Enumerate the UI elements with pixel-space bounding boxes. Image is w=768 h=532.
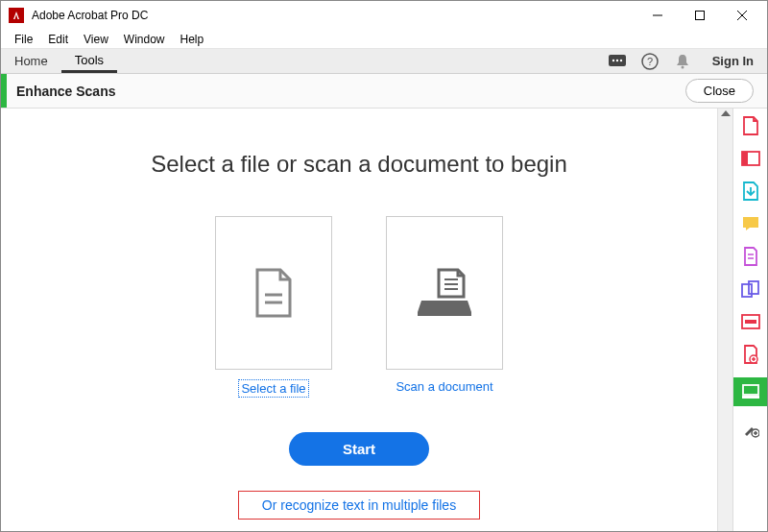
redact-icon[interactable] xyxy=(741,312,760,331)
option-scan-document[interactable]: Scan a document xyxy=(386,216,503,398)
scan-doc-box[interactable] xyxy=(386,216,503,370)
app-icon xyxy=(9,8,24,23)
recognize-multiple-link[interactable]: Or recognize text in multiple files xyxy=(238,491,480,520)
help-icon[interactable]: ? xyxy=(634,49,666,73)
main-heading: Select a file or scan a document to begi… xyxy=(151,151,567,178)
menubar: File Edit View Window Help xyxy=(1,30,767,49)
options-row: Select a file Scan a document xyxy=(215,216,503,398)
svg-point-10 xyxy=(681,65,684,68)
svg-point-6 xyxy=(615,59,617,60)
svg-rect-16 xyxy=(418,312,471,316)
vertical-scrollbar[interactable] xyxy=(717,109,732,531)
menu-view[interactable]: View xyxy=(76,30,116,48)
scan-doc-label[interactable]: Scan a document xyxy=(396,379,492,394)
window-controls xyxy=(636,2,763,29)
svg-rect-25 xyxy=(745,320,756,324)
protect-icon[interactable] xyxy=(741,345,760,364)
close-window-button[interactable] xyxy=(721,2,763,29)
svg-text:?: ? xyxy=(647,56,653,67)
titlebar: Adobe Acrobat Pro DC xyxy=(1,1,767,30)
menu-edit[interactable]: Edit xyxy=(40,30,76,48)
comments-icon[interactable] xyxy=(601,49,634,73)
option-select-file[interactable]: Select a file xyxy=(215,216,332,398)
maximize-button[interactable] xyxy=(679,2,721,29)
body-area: Select a file or scan a document to begi… xyxy=(1,109,767,531)
tab-home[interactable]: Home xyxy=(1,49,61,73)
select-file-box[interactable] xyxy=(215,216,332,370)
scroll-up-arrow[interactable] xyxy=(721,110,731,116)
start-button[interactable]: Start xyxy=(289,432,429,466)
svg-rect-19 xyxy=(743,217,758,228)
more-tools-icon[interactable] xyxy=(741,420,760,439)
enhance-scans-icon[interactable] xyxy=(733,377,768,406)
tool-header: Enhance Scans Close xyxy=(1,74,767,109)
export-pdf-icon[interactable] xyxy=(741,181,760,201)
bell-icon[interactable] xyxy=(666,49,699,73)
create-pdf-icon[interactable] xyxy=(741,116,760,135)
tabbar: Home Tools ? Sign In xyxy=(1,49,767,74)
menu-window[interactable]: Window xyxy=(116,30,173,48)
right-tool-rail xyxy=(732,109,767,531)
svg-point-5 xyxy=(612,59,613,60)
svg-point-7 xyxy=(619,59,621,60)
menu-help[interactable]: Help xyxy=(173,30,212,48)
select-file-label[interactable]: Select a file xyxy=(238,379,308,398)
edit-pdf-icon[interactable] xyxy=(741,149,760,168)
tab-tools[interactable]: Tools xyxy=(61,49,117,73)
menu-file[interactable]: File xyxy=(7,30,40,48)
svg-rect-22 xyxy=(742,284,752,297)
comment-icon[interactable] xyxy=(741,214,760,233)
minimize-button[interactable] xyxy=(636,2,679,29)
svg-rect-30 xyxy=(742,396,759,399)
svg-rect-23 xyxy=(749,281,758,294)
svg-rect-1 xyxy=(696,12,705,20)
combine-icon[interactable] xyxy=(741,279,760,299)
scanner-icon xyxy=(416,268,473,318)
svg-rect-29 xyxy=(743,385,758,395)
close-tool-button[interactable]: Close xyxy=(685,79,754,103)
main-content: Select a file or scan a document to begi… xyxy=(1,109,717,531)
file-icon xyxy=(253,268,294,318)
organize-icon[interactable] xyxy=(741,247,760,266)
signin-button[interactable]: Sign In xyxy=(699,49,767,73)
tool-title: Enhance Scans xyxy=(7,84,685,99)
window-title: Adobe Acrobat Pro DC xyxy=(32,9,636,22)
svg-rect-18 xyxy=(742,152,748,165)
